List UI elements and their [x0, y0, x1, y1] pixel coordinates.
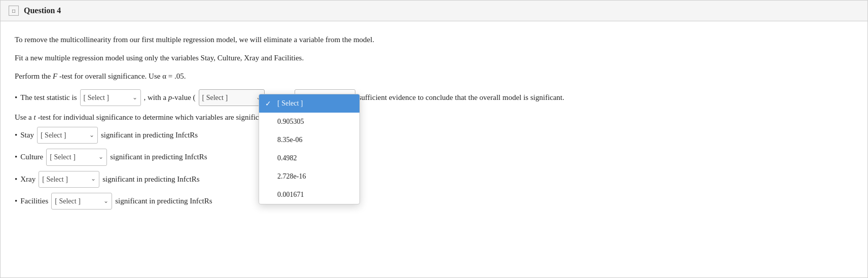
- variable-facilities-label: Facilities: [20, 194, 48, 208]
- variable-culture-line: • Culture [ Select ] ⌄ significant in pr…: [15, 149, 853, 165]
- dropdown-option-5-label: 0.001671: [277, 191, 304, 198]
- dropdown-option-4[interactable]: 2.728e-16: [259, 167, 359, 186]
- paragraph3-suffix: -test for overall significance. Use α = …: [59, 72, 186, 80]
- dropdown-option-1-label: 0.905305: [277, 118, 304, 125]
- variable-culture-label: Culture: [20, 150, 43, 164]
- checkmark-icon: ✓: [265, 99, 271, 108]
- bullet-dot-xray: •: [15, 172, 17, 186]
- pvalue-dropdown-menu: ✓ [ Select ] 0.905305 8.35e-06 0.4982 2.…: [259, 94, 360, 204]
- ttest-line: Use a t -test for individual significanc…: [15, 113, 853, 122]
- dropdown-option-select[interactable]: ✓ [ Select ]: [259, 94, 359, 113]
- paragraph2: Fit a new multiple regression model usin…: [15, 52, 853, 64]
- bullet1-prefix: The test statistic is: [20, 91, 77, 105]
- bullet-dot: •: [15, 91, 17, 105]
- culture-select[interactable]: [ Select ] ⌄: [46, 149, 107, 165]
- question-container: □ Question 4 To remove the multicollinea…: [0, 0, 868, 278]
- dropdown-option-3[interactable]: 0.4982: [259, 149, 359, 167]
- dropdown-option-select-label: [ Select ]: [277, 99, 303, 107]
- bullet-dot-facilities: •: [15, 194, 17, 208]
- dropdown-option-5[interactable]: 0.001671: [259, 186, 359, 204]
- facilities-chevron-icon: ⌄: [103, 196, 108, 207]
- stay-suffix: significant in predicting InfctRs: [101, 128, 198, 142]
- bullet1-end: sufficient evidence to conclude that the…: [358, 91, 564, 105]
- xray-suffix: significant in predicting InfctRs: [102, 172, 199, 186]
- bullet-dot-stay: •: [15, 128, 17, 142]
- variable-xray-line: • Xray [ Select ] ⌄ significant in predi…: [15, 171, 853, 188]
- question-icon: □: [9, 6, 19, 16]
- stay-select[interactable]: [ Select ] ⌄: [37, 127, 98, 144]
- test-statistic-select-label: [ Select ]: [84, 91, 129, 104]
- test-statistic-select[interactable]: [ Select ] ⌄: [80, 89, 141, 106]
- bullet-dot-culture: •: [15, 150, 17, 164]
- variable-stay-line: • Stay [ Select ] ⌄ significant in predi…: [15, 127, 853, 144]
- ttest-prefix: Use a: [15, 113, 32, 121]
- question-title: Question 4: [24, 6, 61, 15]
- paragraph1: To remove the multicollinearity from our…: [15, 33, 853, 46]
- culture-chevron-icon: ⌄: [98, 152, 103, 163]
- dropdown-option-3-label: 0.4982: [277, 154, 297, 162]
- dropdown-option-2-label: 8.35e-06: [277, 136, 302, 144]
- test-statistic-chevron-icon: ⌄: [132, 92, 137, 103]
- culture-suffix: significant in predicting InfctRs: [110, 150, 207, 164]
- dropdown-option-2[interactable]: 8.35e-06: [259, 131, 359, 149]
- paragraph3-ftest: F: [53, 72, 57, 80]
- xray-select[interactable]: [ Select ] ⌄: [39, 171, 99, 188]
- facilities-select-label: [ Select ]: [55, 195, 100, 207]
- ttest-italic: t: [34, 113, 36, 121]
- paragraph3: Perform the F -test for overall signific…: [15, 70, 853, 82]
- variable-facilities-line: • Facilities [ Select ] ⌄ significant in…: [15, 193, 853, 210]
- xray-chevron-icon: ⌄: [91, 173, 96, 185]
- xray-select-label: [ Select ]: [42, 173, 88, 186]
- stay-select-label: [ Select ]: [41, 129, 86, 142]
- stay-chevron-icon: ⌄: [89, 130, 94, 141]
- bullet1-mid: , with a p-value (: [144, 91, 196, 105]
- pvalue-select-label: [ Select ]: [202, 91, 253, 104]
- variable-xray-label: Xray: [20, 172, 35, 186]
- question-body: To remove the multicollinearity from our…: [1, 21, 867, 227]
- facilities-suffix: significant in predicting InfctRs: [115, 194, 212, 208]
- dropdown-option-4-label: 2.728e-16: [277, 172, 306, 180]
- variable-stay-label: Stay: [20, 128, 34, 142]
- pvalue-select[interactable]: [ Select ] ⌄: [199, 89, 265, 106]
- bullet1-line: • The test statistic is [ Select ] ⌄ , w…: [15, 89, 853, 106]
- paragraph3-prefix: Perform the: [15, 72, 51, 80]
- culture-select-label: [ Select ]: [50, 151, 95, 163]
- question-header: □ Question 4: [1, 1, 867, 21]
- dropdown-option-1[interactable]: 0.905305: [259, 113, 359, 131]
- facilities-select[interactable]: [ Select ] ⌄: [51, 193, 112, 210]
